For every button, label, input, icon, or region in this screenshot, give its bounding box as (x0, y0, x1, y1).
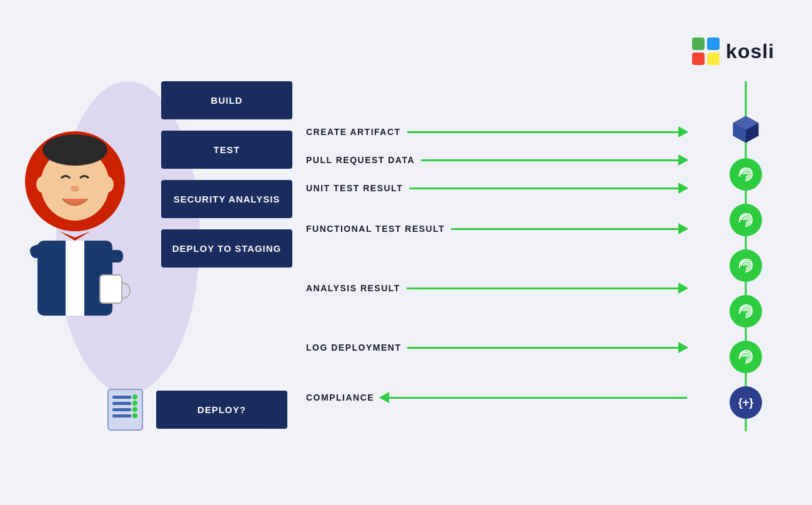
deploy-fp-node (730, 341, 762, 373)
svg-rect-8 (100, 275, 122, 303)
svg-rect-13 (112, 402, 131, 405)
deploy-bottom-area: DEPLOY? (100, 384, 287, 434)
svg-rect-7 (66, 241, 84, 316)
svg-point-3 (36, 176, 49, 192)
arrow-label-log-deployment: LOG DEPLOYMENT (306, 342, 401, 352)
compliance-icon: {+} (738, 396, 754, 409)
arrow-line-pull-request (421, 159, 687, 161)
logo-dot-blue (707, 38, 720, 50)
arrow-line-create-artifact (407, 131, 687, 133)
svg-rect-12 (112, 396, 131, 399)
step-security: SECURITY ANALYSIS (161, 180, 292, 218)
step-build: BUILD (161, 81, 292, 119)
svg-point-2 (42, 134, 107, 166)
pr-node (730, 158, 762, 191)
svg-rect-14 (112, 408, 131, 411)
arrow-analysis: ANALYSIS RESULT (306, 283, 687, 293)
logo-area: kosli (692, 38, 775, 65)
svg-rect-10 (98, 250, 123, 262)
func-node (730, 249, 762, 282)
logo-dot-red (692, 52, 705, 65)
arrow-label-unit-test: UNIT TEST RESULT (306, 183, 403, 193)
svg-rect-15 (112, 414, 131, 418)
arrow-label-create-artifact: CREATE ARTIFACT (306, 127, 401, 137)
step-test: TEST (161, 131, 292, 169)
arrow-line-log-deployment (407, 347, 687, 349)
arrow-label-pull-request: PULL REQUEST DATA (306, 155, 415, 165)
jenkins-figure (19, 125, 131, 325)
arrow-line-analysis (407, 288, 687, 289)
timeline-column: {+} (730, 81, 762, 431)
arrow-log-deployment: LOG DEPLOYMENT (306, 342, 687, 352)
logo-dot-green (692, 38, 705, 50)
unit-node (730, 204, 762, 236)
compliance-node: {+} (730, 386, 762, 419)
kosli-logo-text: kosli (726, 40, 775, 63)
step-deploy-staging: DEPLOY TO STAGING (161, 229, 292, 268)
kosli-icon (692, 38, 720, 65)
arrow-pull-request: PULL REQUEST DATA (306, 155, 687, 165)
artifact-node (730, 112, 762, 145)
arrow-line-functional-test (451, 228, 687, 230)
arrow-unit-test: UNIT TEST RESULT (306, 183, 687, 193)
arrow-label-functional-test: FUNCTIONAL TEST RESULT (306, 224, 445, 234)
logo-dot-yellow (707, 52, 720, 65)
clipboard-icon (100, 384, 156, 434)
svg-point-4 (101, 176, 114, 192)
arrow-line-unit-test (409, 188, 687, 189)
arrow-compliance: COMPLIANCE (306, 392, 687, 402)
steps-column: BUILD TEST SECURITY ANALYSIS DEPLOY TO S… (161, 81, 292, 268)
analysis-node (730, 295, 762, 328)
arrow-functional-test: FUNCTIONAL TEST RESULT (306, 224, 687, 234)
svg-point-17 (132, 401, 137, 406)
arrow-line-compliance (380, 397, 687, 399)
svg-point-16 (132, 394, 137, 399)
arrow-label-analysis: ANALYSIS RESULT (306, 283, 400, 293)
svg-point-19 (132, 413, 137, 418)
svg-point-5 (71, 186, 79, 192)
arrow-label-compliance: COMPLIANCE (306, 392, 374, 402)
svg-point-18 (132, 407, 137, 412)
arrow-create-artifact: CREATE ARTIFACT (306, 127, 687, 137)
step-deploy: DEPLOY? (156, 391, 287, 429)
